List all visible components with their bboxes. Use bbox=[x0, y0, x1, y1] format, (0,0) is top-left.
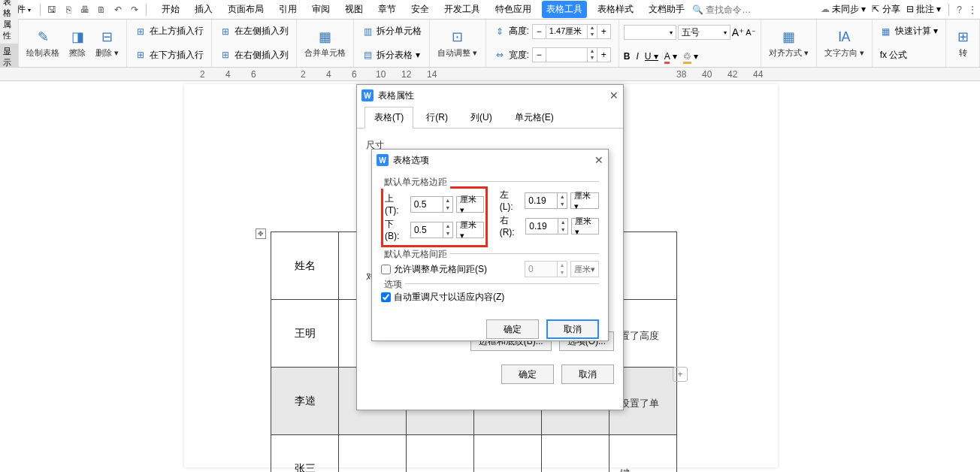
tab-view[interactable]: 视图 bbox=[340, 1, 368, 18]
share-button[interactable]: ⇱ 分享 bbox=[872, 3, 900, 16]
close-icon[interactable]: ✕ bbox=[609, 89, 619, 101]
tab-review[interactable]: 审阅 bbox=[307, 1, 334, 18]
spin-down[interactable]: ▼ bbox=[443, 204, 452, 212]
table-cell[interactable] bbox=[609, 435, 677, 473]
tab-table-style[interactable]: 表格样式 bbox=[593, 1, 638, 18]
top-margin-input[interactable] bbox=[411, 197, 443, 212]
ok-button[interactable]: 确定 bbox=[486, 319, 539, 339]
tab-chapter[interactable]: 章节 bbox=[374, 1, 401, 18]
underline-button[interactable]: U ▾ bbox=[645, 51, 658, 62]
table-properties-button[interactable]: 表格属性 bbox=[0, 0, 18, 44]
height-plus[interactable]: + bbox=[597, 25, 610, 38]
command-search[interactable]: 🔍 bbox=[692, 5, 751, 15]
tab-table[interactable]: 表格(T) bbox=[364, 107, 413, 129]
unit-select[interactable]: 厘米▾ bbox=[456, 196, 484, 213]
fontsize-select[interactable]: 五号▾ bbox=[678, 25, 730, 40]
font-color-button[interactable]: A ▾ bbox=[664, 51, 677, 62]
undo-icon[interactable]: ↶ bbox=[111, 3, 125, 17]
italic-button[interactable]: I bbox=[637, 51, 639, 62]
spin-up[interactable]: ▲ bbox=[443, 197, 452, 204]
height-minus[interactable]: − bbox=[533, 25, 546, 38]
tab-row[interactable]: 行(R) bbox=[416, 107, 458, 129]
eraser-button[interactable]: ◨擦除 bbox=[65, 26, 89, 60]
insert-col-left[interactable]: ⊞在左侧插入列 bbox=[216, 23, 292, 39]
insert-row-below[interactable]: ⊞在下方插入行 bbox=[132, 47, 207, 63]
width-down[interactable]: ▼ bbox=[588, 55, 597, 62]
export-icon[interactable]: ⎘ bbox=[62, 3, 75, 17]
quick-calc-button[interactable]: ▦快速计算 ▾ bbox=[877, 23, 941, 39]
table-cell[interactable] bbox=[474, 435, 542, 473]
draw-table-button[interactable]: ✎绘制表格 bbox=[23, 26, 62, 60]
unit-select[interactable]: 厘米▾ bbox=[456, 222, 484, 238]
merge-cells-button[interactable]: ▦合并单元格 bbox=[301, 26, 349, 60]
spin-up[interactable]: ▲ bbox=[558, 219, 567, 226]
right-margin-input[interactable] bbox=[526, 219, 558, 234]
tab-dev[interactable]: 开发工具 bbox=[440, 1, 485, 18]
convert-button[interactable]: ⊞转 bbox=[951, 26, 975, 60]
help-icon[interactable]: ? bbox=[957, 5, 962, 15]
fontsize-dec-icon[interactable]: A⁻ bbox=[746, 28, 755, 38]
highlight-button[interactable]: ♲ ▾ bbox=[683, 51, 698, 62]
spin-down[interactable]: ▼ bbox=[443, 230, 452, 238]
table-cell[interactable]: 李逵 bbox=[271, 368, 339, 435]
table-cell[interactable] bbox=[339, 435, 407, 473]
tab-cell[interactable]: 单元格(E) bbox=[505, 107, 564, 129]
tab-ref[interactable]: 引用 bbox=[274, 1, 301, 18]
formula-button[interactable]: fx 公式 bbox=[877, 47, 941, 63]
width-plus[interactable]: + bbox=[597, 48, 610, 62]
tab-start[interactable]: 开始 bbox=[157, 1, 184, 18]
text-direction-button[interactable]: ⅠA文字方向 ▾ bbox=[821, 26, 867, 60]
spin-up[interactable]: ▲ bbox=[558, 193, 567, 201]
table-cell[interactable] bbox=[542, 435, 609, 473]
split-table-button[interactable]: ▤拆分表格 ▾ bbox=[358, 47, 425, 63]
width-input[interactable] bbox=[546, 48, 587, 62]
left-margin-input[interactable] bbox=[525, 193, 557, 208]
table-cell[interactable] bbox=[407, 435, 474, 473]
height-up[interactable]: ▲ bbox=[588, 25, 597, 32]
tab-special[interactable]: 特色应用 bbox=[491, 1, 536, 18]
unsync-status[interactable]: ☁ 未同步 ▾ bbox=[821, 3, 867, 16]
allow-spacing-checkbox[interactable] bbox=[381, 265, 391, 274]
height-input[interactable] bbox=[546, 25, 587, 38]
spin-up[interactable]: ▲ bbox=[443, 222, 452, 230]
tab-security[interactable]: 安全 bbox=[407, 1, 434, 18]
search-input[interactable] bbox=[706, 5, 751, 15]
unit-select[interactable]: 厘米▾ bbox=[571, 218, 599, 234]
spin-down[interactable]: ▼ bbox=[558, 201, 567, 208]
annotation-button[interactable]: ⊟ 批注 ▾ bbox=[906, 3, 942, 16]
table-cell[interactable]: 王明 bbox=[271, 300, 339, 368]
table-cell[interactable]: 张三 bbox=[271, 435, 339, 473]
tab-doc-helper[interactable]: 文档助手 bbox=[644, 1, 689, 18]
autofit-button[interactable]: ⊡自动调整 ▾ bbox=[434, 26, 480, 60]
cancel-button[interactable]: 取消 bbox=[561, 365, 614, 384]
insert-row-above[interactable]: ⊞在上方插入行 bbox=[132, 23, 207, 39]
table-move-handle[interactable]: ✥ bbox=[256, 228, 266, 239]
width-up[interactable]: ▲ bbox=[588, 48, 597, 55]
ok-button[interactable]: 确定 bbox=[501, 365, 554, 384]
add-column-button[interactable]: + bbox=[673, 367, 688, 382]
tab-table-tools[interactable]: 表格工具 bbox=[542, 1, 587, 18]
fontsize-inc-icon[interactable]: A⁺ bbox=[732, 26, 744, 38]
width-minus[interactable]: − bbox=[533, 48, 546, 62]
cancel-button[interactable]: 取消 bbox=[546, 319, 599, 339]
split-cells-button[interactable]: ▥拆分单元格 bbox=[358, 23, 425, 39]
tab-column[interactable]: 列(U) bbox=[461, 107, 502, 129]
tab-insert[interactable]: 插入 bbox=[190, 1, 217, 18]
more-icon[interactable]: ⋮ bbox=[968, 5, 977, 15]
print-icon[interactable]: 🖶 bbox=[78, 3, 92, 17]
table-cell[interactable]: 姓名 bbox=[271, 232, 339, 300]
close-icon[interactable]: ✕ bbox=[594, 154, 603, 166]
bottom-margin-input[interactable] bbox=[411, 222, 443, 238]
autoresize-checkbox[interactable] bbox=[381, 292, 391, 302]
align-button[interactable]: ▦对齐方式 ▾ bbox=[766, 26, 812, 60]
insert-col-right[interactable]: ⊞在右侧插入列 bbox=[216, 47, 292, 63]
unit-select[interactable]: 厘米▾ bbox=[570, 192, 599, 209]
save-icon[interactable]: 🖫 bbox=[45, 3, 59, 17]
preview-icon[interactable]: 🗎 bbox=[95, 3, 108, 17]
font-select[interactable]: ▾ bbox=[624, 25, 676, 40]
bold-button[interactable]: B bbox=[624, 51, 631, 62]
redo-icon[interactable]: ↷ bbox=[128, 3, 141, 17]
tab-layout[interactable]: 页面布局 bbox=[223, 1, 268, 18]
height-down[interactable]: ▼ bbox=[588, 32, 597, 38]
delete-button[interactable]: ⊟删除 ▾ bbox=[92, 26, 122, 60]
